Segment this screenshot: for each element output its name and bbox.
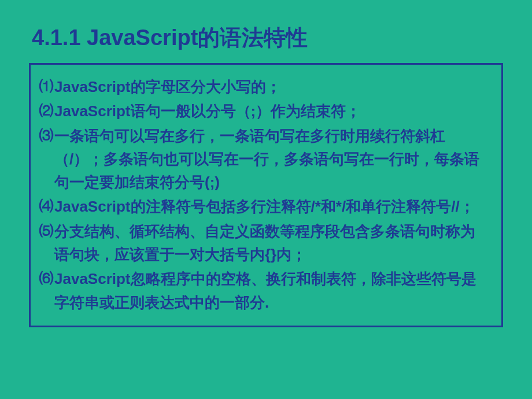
slide-title: 4.1.1 JavaScript的语法特性 (29, 23, 503, 53)
item-marker: ⑶ (39, 124, 53, 146)
item-text: JavaScript语句一般以分号（;）作为结束符； (54, 99, 490, 123)
list-item: ⑸ 分支结构、循环结构、自定义函数等程序段包含多条语句时称为语句块，应该置于一对… (39, 220, 490, 267)
item-marker: ⑴ (39, 75, 53, 97)
item-marker: ⑵ (39, 99, 53, 121)
item-text: 分支结构、循环结构、自定义函数等程序段包含多条语句时称为语句块，应该置于一对大括… (54, 220, 490, 267)
list-item: ⑶ 一条语句可以写在多行，一条语句写在多行时用续行符斜杠（/）；多条语句也可以写… (39, 124, 490, 194)
item-text: 一条语句可以写在多行，一条语句写在多行时用续行符斜杠（/）；多条语句也可以写在一… (54, 124, 490, 194)
content-box: ⑴ JavaScript的字母区分大小写的； ⑵ JavaScript语句一般以… (29, 63, 503, 327)
item-marker: ⑹ (39, 267, 53, 289)
item-text: JavaScript的注释符号包括多行注释符/*和*/和单行注释符号//； (54, 195, 490, 218)
slide-container: 4.1.1 JavaScript的语法特性 ⑴ JavaScript的字母区分大… (0, 0, 532, 399)
list-item: ⑵ JavaScript语句一般以分号（;）作为结束符； (39, 99, 490, 123)
item-marker: ⑸ (39, 220, 53, 241)
item-marker: ⑷ (39, 195, 53, 216)
list-item: ⑹ JavaScript忽略程序中的空格、换行和制表符，除非这些符号是字符串或正… (39, 267, 490, 314)
list-item: ⑷ JavaScript的注释符号包括多行注释符/*和*/和单行注释符号//； (39, 195, 490, 218)
item-text: JavaScript忽略程序中的空格、换行和制表符，除非这些符号是字符串或正则表… (54, 267, 490, 314)
list-item: ⑴ JavaScript的字母区分大小写的； (39, 75, 490, 98)
item-text: JavaScript的字母区分大小写的； (54, 75, 490, 98)
